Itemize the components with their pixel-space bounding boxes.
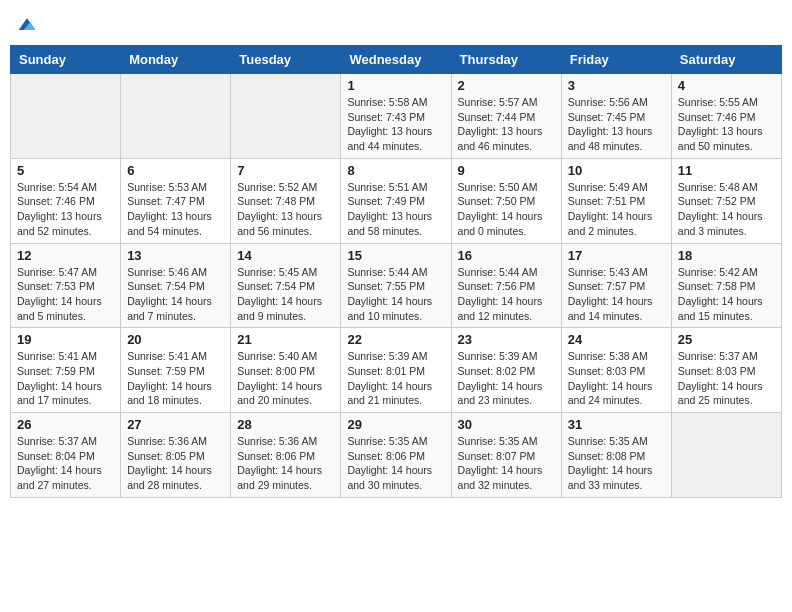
- calendar-cell: 22Sunrise: 5:39 AM Sunset: 8:01 PM Dayli…: [341, 328, 451, 413]
- day-info: Sunrise: 5:38 AM Sunset: 8:03 PM Dayligh…: [568, 349, 665, 408]
- day-info: Sunrise: 5:47 AM Sunset: 7:53 PM Dayligh…: [17, 265, 114, 324]
- calendar-cell: 2Sunrise: 5:57 AM Sunset: 7:44 PM Daylig…: [451, 74, 561, 159]
- day-number: 29: [347, 417, 444, 432]
- day-number: 2: [458, 78, 555, 93]
- day-number: 22: [347, 332, 444, 347]
- day-number: 4: [678, 78, 775, 93]
- calendar-cell: 27Sunrise: 5:36 AM Sunset: 8:05 PM Dayli…: [121, 413, 231, 498]
- day-number: 18: [678, 248, 775, 263]
- day-info: Sunrise: 5:53 AM Sunset: 7:47 PM Dayligh…: [127, 180, 224, 239]
- calendar-cell: 19Sunrise: 5:41 AM Sunset: 7:59 PM Dayli…: [11, 328, 121, 413]
- logo-icon: [17, 15, 37, 35]
- weekday-header-monday: Monday: [121, 46, 231, 74]
- calendar-cell: 17Sunrise: 5:43 AM Sunset: 7:57 PM Dayli…: [561, 243, 671, 328]
- day-info: Sunrise: 5:51 AM Sunset: 7:49 PM Dayligh…: [347, 180, 444, 239]
- calendar-cell: 24Sunrise: 5:38 AM Sunset: 8:03 PM Dayli…: [561, 328, 671, 413]
- calendar-cell: 5Sunrise: 5:54 AM Sunset: 7:46 PM Daylig…: [11, 158, 121, 243]
- calendar-cell: 20Sunrise: 5:41 AM Sunset: 7:59 PM Dayli…: [121, 328, 231, 413]
- day-number: 24: [568, 332, 665, 347]
- day-number: 12: [17, 248, 114, 263]
- day-number: 10: [568, 163, 665, 178]
- day-info: Sunrise: 5:41 AM Sunset: 7:59 PM Dayligh…: [17, 349, 114, 408]
- calendar-cell: [11, 74, 121, 159]
- calendar-cell: [231, 74, 341, 159]
- day-number: 19: [17, 332, 114, 347]
- day-info: Sunrise: 5:45 AM Sunset: 7:54 PM Dayligh…: [237, 265, 334, 324]
- day-info: Sunrise: 5:57 AM Sunset: 7:44 PM Dayligh…: [458, 95, 555, 154]
- weekday-header-saturday: Saturday: [671, 46, 781, 74]
- calendar-cell: 8Sunrise: 5:51 AM Sunset: 7:49 PM Daylig…: [341, 158, 451, 243]
- day-number: 11: [678, 163, 775, 178]
- calendar-cell: 28Sunrise: 5:36 AM Sunset: 8:06 PM Dayli…: [231, 413, 341, 498]
- day-info: Sunrise: 5:55 AM Sunset: 7:46 PM Dayligh…: [678, 95, 775, 154]
- day-number: 8: [347, 163, 444, 178]
- calendar-cell: 3Sunrise: 5:56 AM Sunset: 7:45 PM Daylig…: [561, 74, 671, 159]
- day-number: 25: [678, 332, 775, 347]
- day-info: Sunrise: 5:56 AM Sunset: 7:45 PM Dayligh…: [568, 95, 665, 154]
- calendar-cell: 14Sunrise: 5:45 AM Sunset: 7:54 PM Dayli…: [231, 243, 341, 328]
- day-info: Sunrise: 5:44 AM Sunset: 7:55 PM Dayligh…: [347, 265, 444, 324]
- day-number: 9: [458, 163, 555, 178]
- calendar-cell: 16Sunrise: 5:44 AM Sunset: 7:56 PM Dayli…: [451, 243, 561, 328]
- day-info: Sunrise: 5:35 AM Sunset: 8:06 PM Dayligh…: [347, 434, 444, 493]
- day-number: 31: [568, 417, 665, 432]
- day-number: 14: [237, 248, 334, 263]
- day-number: 13: [127, 248, 224, 263]
- day-info: Sunrise: 5:42 AM Sunset: 7:58 PM Dayligh…: [678, 265, 775, 324]
- calendar-week-row: 1Sunrise: 5:58 AM Sunset: 7:43 PM Daylig…: [11, 74, 782, 159]
- day-number: 1: [347, 78, 444, 93]
- day-info: Sunrise: 5:37 AM Sunset: 8:03 PM Dayligh…: [678, 349, 775, 408]
- calendar-cell: 30Sunrise: 5:35 AM Sunset: 8:07 PM Dayli…: [451, 413, 561, 498]
- calendar-week-row: 19Sunrise: 5:41 AM Sunset: 7:59 PM Dayli…: [11, 328, 782, 413]
- page-header: [10, 10, 782, 35]
- day-number: 20: [127, 332, 224, 347]
- day-info: Sunrise: 5:50 AM Sunset: 7:50 PM Dayligh…: [458, 180, 555, 239]
- calendar-cell: [671, 413, 781, 498]
- day-info: Sunrise: 5:52 AM Sunset: 7:48 PM Dayligh…: [237, 180, 334, 239]
- calendar-cell: 18Sunrise: 5:42 AM Sunset: 7:58 PM Dayli…: [671, 243, 781, 328]
- calendar-cell: 6Sunrise: 5:53 AM Sunset: 7:47 PM Daylig…: [121, 158, 231, 243]
- calendar-cell: 1Sunrise: 5:58 AM Sunset: 7:43 PM Daylig…: [341, 74, 451, 159]
- day-info: Sunrise: 5:39 AM Sunset: 8:01 PM Dayligh…: [347, 349, 444, 408]
- calendar-table: SundayMondayTuesdayWednesdayThursdayFrid…: [10, 45, 782, 498]
- day-number: 5: [17, 163, 114, 178]
- calendar-cell: 4Sunrise: 5:55 AM Sunset: 7:46 PM Daylig…: [671, 74, 781, 159]
- calendar-cell: 15Sunrise: 5:44 AM Sunset: 7:55 PM Dayli…: [341, 243, 451, 328]
- day-info: Sunrise: 5:35 AM Sunset: 8:08 PM Dayligh…: [568, 434, 665, 493]
- weekday-header-wednesday: Wednesday: [341, 46, 451, 74]
- day-info: Sunrise: 5:39 AM Sunset: 8:02 PM Dayligh…: [458, 349, 555, 408]
- calendar-cell: 11Sunrise: 5:48 AM Sunset: 7:52 PM Dayli…: [671, 158, 781, 243]
- day-number: 15: [347, 248, 444, 263]
- calendar-cell: 31Sunrise: 5:35 AM Sunset: 8:08 PM Dayli…: [561, 413, 671, 498]
- day-info: Sunrise: 5:40 AM Sunset: 8:00 PM Dayligh…: [237, 349, 334, 408]
- day-info: Sunrise: 5:46 AM Sunset: 7:54 PM Dayligh…: [127, 265, 224, 324]
- day-number: 26: [17, 417, 114, 432]
- day-info: Sunrise: 5:41 AM Sunset: 7:59 PM Dayligh…: [127, 349, 224, 408]
- day-info: Sunrise: 5:49 AM Sunset: 7:51 PM Dayligh…: [568, 180, 665, 239]
- day-number: 7: [237, 163, 334, 178]
- logo: [15, 15, 37, 35]
- calendar-cell: 13Sunrise: 5:46 AM Sunset: 7:54 PM Dayli…: [121, 243, 231, 328]
- calendar-cell: 26Sunrise: 5:37 AM Sunset: 8:04 PM Dayli…: [11, 413, 121, 498]
- calendar-cell: 23Sunrise: 5:39 AM Sunset: 8:02 PM Dayli…: [451, 328, 561, 413]
- day-info: Sunrise: 5:35 AM Sunset: 8:07 PM Dayligh…: [458, 434, 555, 493]
- day-number: 6: [127, 163, 224, 178]
- calendar-cell: 25Sunrise: 5:37 AM Sunset: 8:03 PM Dayli…: [671, 328, 781, 413]
- day-number: 16: [458, 248, 555, 263]
- day-number: 17: [568, 248, 665, 263]
- calendar-week-row: 26Sunrise: 5:37 AM Sunset: 8:04 PM Dayli…: [11, 413, 782, 498]
- day-info: Sunrise: 5:58 AM Sunset: 7:43 PM Dayligh…: [347, 95, 444, 154]
- calendar-cell: 7Sunrise: 5:52 AM Sunset: 7:48 PM Daylig…: [231, 158, 341, 243]
- day-number: 30: [458, 417, 555, 432]
- calendar-week-row: 12Sunrise: 5:47 AM Sunset: 7:53 PM Dayli…: [11, 243, 782, 328]
- weekday-header-thursday: Thursday: [451, 46, 561, 74]
- weekday-header-sunday: Sunday: [11, 46, 121, 74]
- day-info: Sunrise: 5:43 AM Sunset: 7:57 PM Dayligh…: [568, 265, 665, 324]
- weekday-header-tuesday: Tuesday: [231, 46, 341, 74]
- calendar-header-row: SundayMondayTuesdayWednesdayThursdayFrid…: [11, 46, 782, 74]
- calendar-cell: [121, 74, 231, 159]
- calendar-week-row: 5Sunrise: 5:54 AM Sunset: 7:46 PM Daylig…: [11, 158, 782, 243]
- calendar-cell: 12Sunrise: 5:47 AM Sunset: 7:53 PM Dayli…: [11, 243, 121, 328]
- day-number: 27: [127, 417, 224, 432]
- day-info: Sunrise: 5:36 AM Sunset: 8:06 PM Dayligh…: [237, 434, 334, 493]
